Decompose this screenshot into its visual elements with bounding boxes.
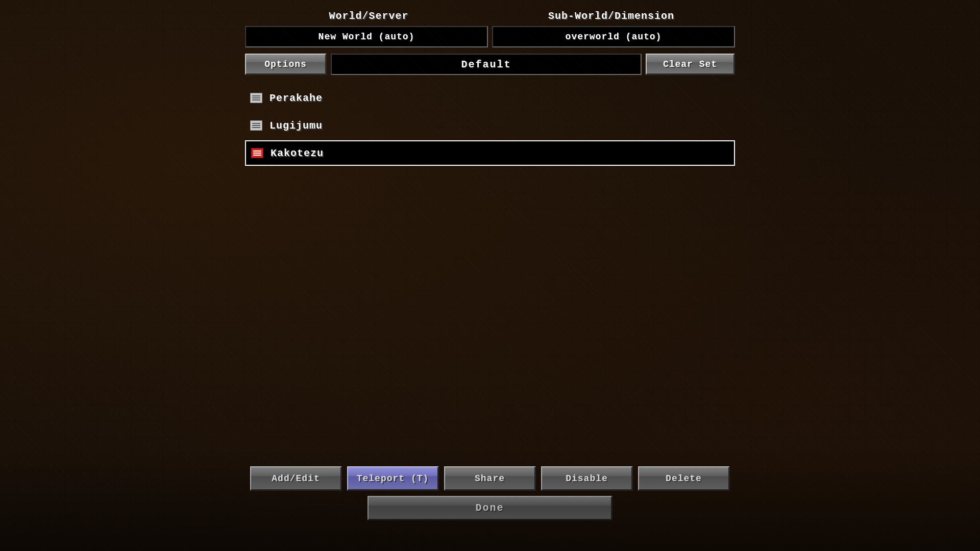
- world-server-input[interactable]: [245, 26, 488, 47]
- teleport-button[interactable]: Teleport (T): [347, 466, 439, 491]
- disable-button[interactable]: Disable: [541, 466, 633, 491]
- waypoint-name-lugijumu: Lugijumu: [270, 120, 323, 132]
- done-button[interactable]: Done: [368, 496, 612, 520]
- waypoint-name-perakahe: Perakahe: [270, 92, 323, 104]
- waypoint-icon-perakahe: [249, 91, 263, 105]
- bottom-section: Add/Edit Teleport (T) Share Disable Dele…: [245, 466, 735, 520]
- clear-set-button[interactable]: Clear Set: [646, 54, 735, 75]
- sub-world-input[interactable]: [492, 26, 735, 47]
- add-edit-button[interactable]: Add/Edit: [250, 466, 342, 491]
- action-buttons-row: Add/Edit Teleport (T) Share Disable Dele…: [250, 466, 730, 491]
- waypoint-name-kakotezu: Kakotezu: [271, 147, 324, 159]
- world-server-label: World/Server: [248, 10, 490, 22]
- waypoint-icon-lugijumu: [249, 118, 263, 133]
- waypoint-item-kakotezu[interactable]: Kakotezu: [245, 140, 735, 166]
- delete-button[interactable]: Delete: [638, 466, 730, 491]
- waypoint-icon-kakotezu: [250, 146, 264, 160]
- default-field: Default: [331, 54, 642, 75]
- waypoint-list: Perakahe Lugijumu Kakotezu: [245, 85, 735, 166]
- sub-world-label: Sub-World/Dimension: [490, 10, 732, 22]
- waypoint-item-perakahe[interactable]: Perakahe: [245, 85, 735, 111]
- waypoint-item-lugijumu[interactable]: Lugijumu: [245, 113, 735, 138]
- options-button[interactable]: Options: [245, 54, 327, 75]
- share-button[interactable]: Share: [444, 466, 536, 491]
